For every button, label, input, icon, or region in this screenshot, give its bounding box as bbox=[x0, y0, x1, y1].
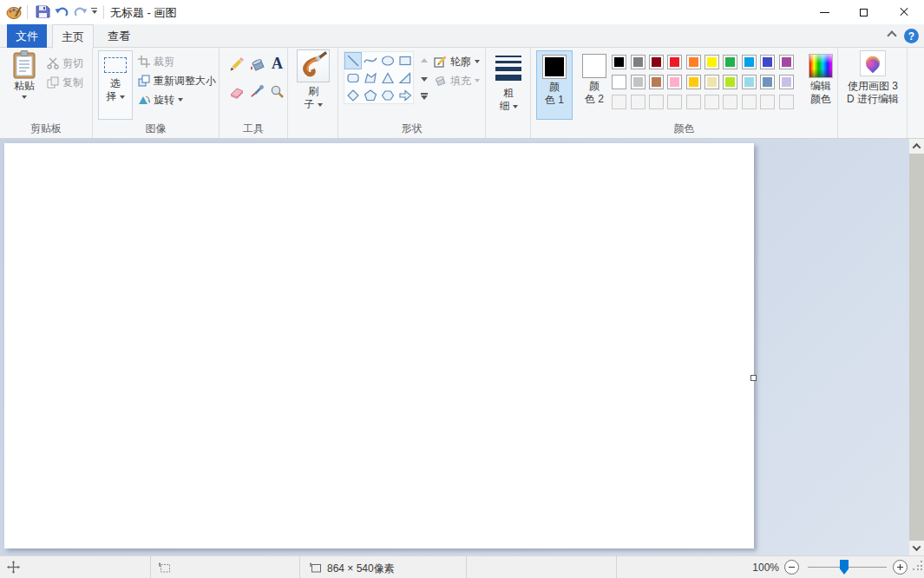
color-swatch[interactable] bbox=[631, 75, 645, 89]
color-swatch[interactable] bbox=[667, 75, 682, 89]
pencil-icon bbox=[229, 56, 245, 72]
window-resize-grip[interactable] bbox=[913, 561, 923, 571]
brushes-button[interactable]: 刷 子 bbox=[295, 49, 331, 124]
qat-customize-button[interactable] bbox=[91, 8, 97, 14]
save-button[interactable] bbox=[36, 4, 50, 23]
copy-button[interactable]: 复制 bbox=[47, 75, 83, 90]
color-swatch[interactable] bbox=[686, 55, 701, 69]
color-swatch[interactable] bbox=[742, 75, 757, 89]
color-swatch[interactable] bbox=[760, 75, 775, 89]
scroll-down-button[interactable] bbox=[909, 541, 924, 555]
rotate-button[interactable]: 旋转 bbox=[138, 92, 183, 108]
color-swatch[interactable] bbox=[723, 55, 737, 69]
collapse-ribbon-button[interactable] bbox=[888, 32, 901, 44]
scroll-up-button[interactable] bbox=[909, 139, 924, 154]
size-button[interactable]: 粗 细 bbox=[490, 50, 527, 122]
color-swatch[interactable] bbox=[704, 75, 719, 89]
select-button[interactable]: 选 择 bbox=[98, 50, 133, 120]
color-swatch-empty[interactable] bbox=[667, 95, 682, 109]
color-swatch[interactable] bbox=[779, 55, 794, 69]
color-swatch[interactable] bbox=[649, 75, 664, 89]
shape-line[interactable] bbox=[344, 52, 362, 69]
group-size: 粗 细 bbox=[486, 48, 531, 138]
zoom-out-button[interactable] bbox=[784, 560, 799, 575]
close-button[interactable] bbox=[883, 0, 924, 24]
color-swatch-empty[interactable] bbox=[704, 95, 719, 109]
pencil-tool-button[interactable] bbox=[227, 55, 246, 73]
group-paint3d: 使用画图 3 D 进行编辑 bbox=[838, 48, 908, 138]
fill-tool-button[interactable] bbox=[248, 55, 266, 73]
color-swatch[interactable] bbox=[760, 55, 775, 69]
canvas-resize-handle-right[interactable] bbox=[750, 375, 757, 381]
color-swatch-empty[interactable] bbox=[723, 95, 737, 109]
shape-curve[interactable] bbox=[362, 52, 379, 69]
shapes-scroll-up-button[interactable] bbox=[418, 53, 429, 67]
zoom-in-button[interactable] bbox=[893, 560, 908, 575]
color-swatch[interactable] bbox=[631, 55, 645, 69]
scrollbar-thumb[interactable] bbox=[909, 154, 924, 541]
tab-home[interactable]: 主页 bbox=[52, 24, 94, 49]
eraser-tool-button[interactable] bbox=[227, 82, 246, 101]
chevron-up-icon bbox=[913, 143, 921, 152]
group-shapes: 轮廓 填充 形状 bbox=[338, 48, 486, 138]
color-swatch-empty[interactable] bbox=[631, 95, 645, 109]
fill-shape-icon bbox=[434, 75, 447, 87]
shape-arrow-right[interactable] bbox=[396, 87, 414, 104]
color-swatch[interactable] bbox=[667, 55, 682, 69]
color-swatch[interactable] bbox=[742, 55, 757, 69]
text-tool-button[interactable]: A bbox=[268, 55, 286, 73]
color-swatch-empty[interactable] bbox=[686, 95, 701, 109]
color1-button[interactable]: 颜 色 1 bbox=[536, 50, 573, 120]
color-swatch-empty[interactable] bbox=[742, 95, 757, 109]
color-swatch-empty[interactable] bbox=[649, 95, 664, 109]
help-button[interactable]: ? bbox=[904, 29, 919, 43]
color-swatch[interactable] bbox=[779, 75, 794, 89]
color-swatch-empty[interactable] bbox=[760, 95, 775, 109]
shape-polygon[interactable] bbox=[362, 69, 379, 87]
drawing-canvas[interactable] bbox=[4, 143, 754, 548]
resize-button[interactable]: 重新调整大小 bbox=[138, 73, 216, 89]
shape-triangle[interactable] bbox=[379, 69, 396, 87]
paste-button[interactable]: 粘贴 bbox=[5, 50, 43, 120]
redo-button[interactable] bbox=[74, 5, 88, 22]
edit-colors-button[interactable]: 编辑 颜色 bbox=[803, 50, 838, 120]
shape-hexagon[interactable] bbox=[379, 87, 396, 104]
more-shapes-icon bbox=[421, 93, 428, 100]
color-swatch[interactable] bbox=[704, 55, 719, 69]
crop-button[interactable]: 裁剪 bbox=[138, 54, 174, 69]
shape-rectangle[interactable] bbox=[396, 52, 414, 69]
shapes-scroll-down-button[interactable] bbox=[418, 72, 429, 86]
color-swatch[interactable] bbox=[686, 75, 701, 89]
shape-rounded-rectangle[interactable] bbox=[344, 69, 362, 87]
dropdown-arrow-icon bbox=[475, 60, 480, 63]
resize-icon bbox=[138, 75, 150, 87]
shape-diamond[interactable] bbox=[344, 87, 362, 104]
shape-pentagon[interactable] bbox=[362, 87, 379, 104]
magnifier-tool-button[interactable] bbox=[268, 82, 286, 101]
fill-button[interactable]: 填充 bbox=[434, 73, 480, 89]
divider bbox=[466, 556, 467, 578]
color-swatch[interactable] bbox=[612, 55, 626, 69]
paint3d-icon bbox=[860, 50, 886, 76]
color-swatch-empty[interactable] bbox=[779, 95, 794, 109]
undo-button[interactable] bbox=[55, 5, 69, 22]
color2-button[interactable]: 颜 色 2 bbox=[576, 50, 613, 120]
cut-button[interactable]: 剪切 bbox=[47, 56, 83, 71]
shape-right-triangle[interactable] bbox=[396, 69, 414, 87]
color-swatch[interactable] bbox=[723, 75, 737, 89]
color-swatch[interactable] bbox=[649, 55, 664, 69]
tab-view[interactable]: 查看 bbox=[99, 24, 139, 48]
vertical-scrollbar[interactable] bbox=[909, 139, 924, 555]
shape-ellipse[interactable] bbox=[379, 52, 396, 69]
maximize-button[interactable] bbox=[844, 0, 883, 24]
rotate-icon bbox=[138, 94, 150, 106]
tab-file[interactable]: 文件 bbox=[7, 24, 47, 48]
color-picker-tool-button[interactable] bbox=[248, 82, 266, 101]
edit-with-paint3d-button[interactable]: 使用画图 3 D 进行编辑 bbox=[842, 50, 904, 125]
zoom-slider-thumb[interactable] bbox=[840, 560, 849, 575]
outline-button[interactable]: 轮廓 bbox=[434, 54, 480, 69]
color-swatch[interactable] bbox=[612, 75, 626, 89]
shapes-more-button[interactable] bbox=[418, 89, 429, 103]
color-swatch-empty[interactable] bbox=[612, 95, 626, 109]
minimize-button[interactable] bbox=[805, 0, 844, 24]
